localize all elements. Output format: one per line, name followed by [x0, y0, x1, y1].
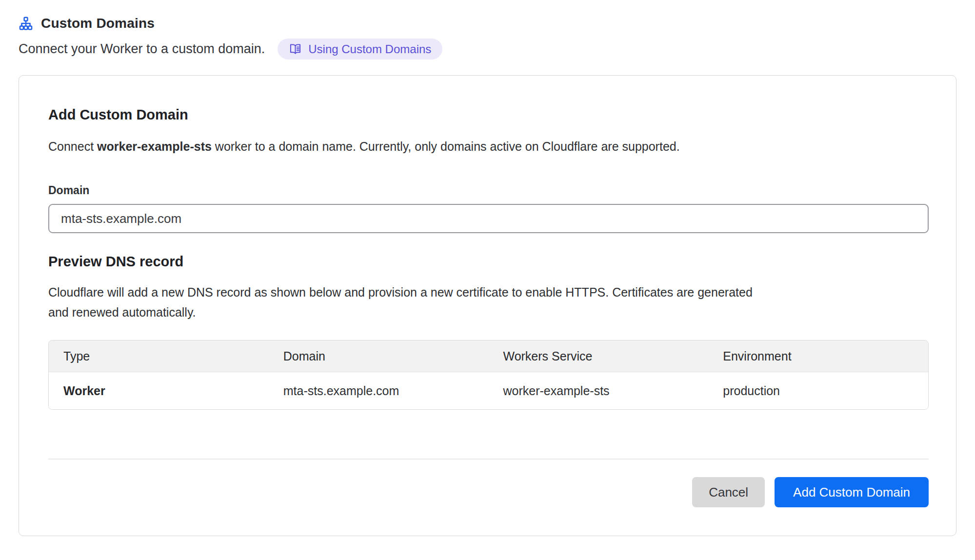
column-header-workers-service: Workers Service [489, 340, 709, 372]
using-custom-domains-label: Using Custom Domains [308, 42, 431, 56]
table-row: Worker mta-sts.example.com worker-exampl… [49, 372, 928, 409]
intro-suffix: worker to a domain name. Currently, only… [212, 140, 680, 153]
page-subtitle-row: Connect your Worker to a custom domain. … [19, 39, 956, 60]
add-custom-domain-panel: Add Custom Domain Connect worker-example… [19, 75, 956, 536]
intro-prefix: Connect [48, 140, 97, 153]
footer-divider [48, 459, 929, 460]
column-header-environment: Environment [708, 340, 928, 372]
panel-intro-text: Connect worker-example-sts worker to a d… [48, 140, 929, 154]
page-subtitle: Connect your Worker to a custom domain. [19, 41, 265, 57]
page-header: Custom Domains [19, 16, 956, 31]
sitemap-icon [19, 16, 33, 31]
dns-preview-table: Type Domain Workers Service Environment … [48, 340, 929, 410]
add-custom-domain-button[interactable]: Add Custom Domain [775, 477, 929, 507]
cancel-button[interactable]: Cancel [692, 477, 765, 507]
custom-domains-page: Custom Domains Connect your Worker to a … [0, 0, 975, 536]
domain-label: Domain [48, 184, 929, 197]
table-header-row: Type Domain Workers Service Environment [49, 340, 928, 372]
preview-dns-heading: Preview DNS record [48, 254, 929, 270]
footer-actions: Cancel Add Custom Domain [48, 477, 929, 507]
preview-dns-description: Cloudflare will add a new DNS record as … [48, 282, 765, 322]
worker-name: worker-example-sts [97, 140, 212, 153]
cell-domain: mta-sts.example.com [269, 372, 489, 409]
using-custom-domains-link[interactable]: Using Custom Domains [278, 39, 442, 60]
open-book-icon [289, 42, 302, 56]
page-title: Custom Domains [41, 16, 155, 31]
add-custom-domain-heading: Add Custom Domain [48, 107, 929, 123]
domain-input[interactable] [48, 204, 929, 233]
column-header-type: Type [49, 340, 269, 372]
cell-workers-service: worker-example-sts [489, 372, 709, 409]
cell-environment: production [708, 372, 928, 409]
cell-type: Worker [49, 372, 269, 409]
column-header-domain: Domain [269, 340, 489, 372]
